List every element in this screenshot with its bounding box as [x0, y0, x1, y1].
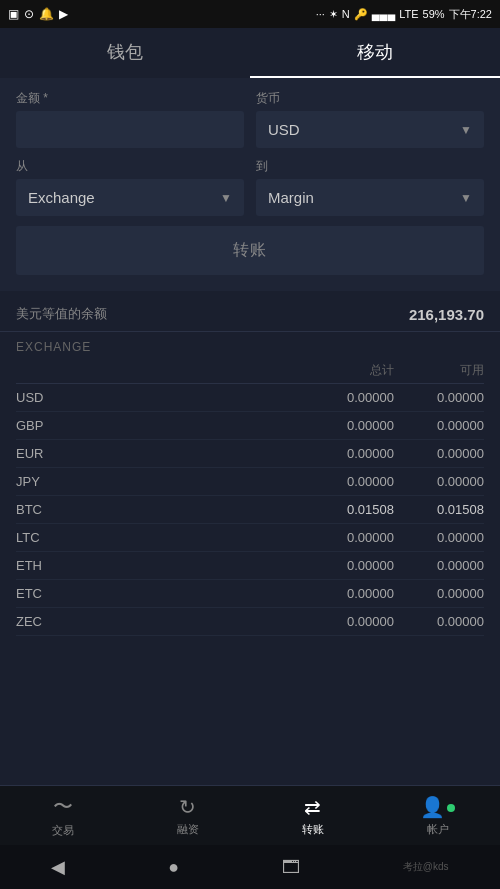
- cell-currency-name: LTC: [16, 530, 294, 545]
- transfer-icon: ⇄: [304, 795, 321, 819]
- trade-label: 交易: [52, 823, 74, 838]
- app-icon-2: ⊙: [24, 7, 34, 21]
- cell-available: 0.01508: [394, 502, 484, 517]
- table-row: JPY0.000000.00000: [16, 468, 484, 496]
- cell-currency-name: GBP: [16, 418, 294, 433]
- from-dropdown-arrow: ▼: [220, 191, 232, 205]
- account-dot: [447, 804, 455, 812]
- table-row: ETC0.000000.00000: [16, 580, 484, 608]
- cell-total: 0.00000: [294, 530, 394, 545]
- key-icon: 🔑: [354, 8, 368, 21]
- balance-label: 美元等值的余额: [16, 305, 107, 323]
- cell-currency-name: JPY: [16, 474, 294, 489]
- nav-trade[interactable]: 〜 交易: [0, 786, 125, 845]
- cell-currency-name: ZEC: [16, 614, 294, 629]
- exchange-header: EXCHANGE: [16, 340, 484, 354]
- cell-total: 0.00000: [294, 586, 394, 601]
- cell-total: 0.00000: [294, 614, 394, 629]
- trade-icon: 〜: [53, 793, 73, 820]
- from-to-row: 从 Exchange ▼ 到 Margin ▼: [16, 158, 484, 216]
- to-select[interactable]: Margin ▼: [256, 179, 484, 216]
- from-select[interactable]: Exchange ▼: [16, 179, 244, 216]
- signal-icon: ▄▄▄: [372, 8, 395, 20]
- nav-funding[interactable]: ↻ 融资: [125, 786, 250, 845]
- to-label: 到: [256, 158, 484, 175]
- amount-input[interactable]: [16, 111, 244, 148]
- cell-available: 0.00000: [394, 530, 484, 545]
- app-icon-1: ▣: [8, 7, 19, 21]
- currency-select[interactable]: USD ▼: [256, 111, 484, 148]
- cell-currency-name: BTC: [16, 502, 294, 517]
- cell-available: 0.00000: [394, 418, 484, 433]
- cell-total: 0.00000: [294, 446, 394, 461]
- tab-wallet-label: 钱包: [107, 40, 143, 64]
- balance-area: 美元等值的余额 216,193.70: [0, 291, 500, 332]
- amount-label: 金额 *: [16, 90, 244, 107]
- cell-total: 0.00000: [294, 418, 394, 433]
- currency-value: USD: [268, 121, 300, 138]
- from-value: Exchange: [28, 189, 95, 206]
- watermark: 考拉@kds: [403, 860, 449, 874]
- funding-icon: ↻: [179, 795, 196, 819]
- transfer-nav-label: 转账: [302, 822, 324, 837]
- cell-available: 0.00000: [394, 586, 484, 601]
- notification-icon: 🔔: [39, 7, 54, 21]
- currency-group: 货币 USD ▼: [256, 90, 484, 148]
- to-group: 到 Margin ▼: [256, 158, 484, 216]
- cell-currency-name: EUR: [16, 446, 294, 461]
- home-button[interactable]: ●: [168, 857, 179, 878]
- transfer-button[interactable]: 转账: [16, 226, 484, 275]
- cell-currency-name: ETC: [16, 586, 294, 601]
- recents-button[interactable]: 🗔: [282, 857, 300, 878]
- table-row: EUR0.000000.00000: [16, 440, 484, 468]
- cell-currency-name: ETH: [16, 558, 294, 573]
- to-value: Margin: [268, 189, 314, 206]
- more-icon: ···: [316, 8, 325, 20]
- table-row: XMR0.000000.00000: [16, 636, 484, 644]
- cell-available: 0.00000: [394, 614, 484, 629]
- status-right-icons: ··· ✶ N 🔑 ▄▄▄ LTE 59% 下午7:22: [316, 7, 492, 22]
- tab-transfer-label: 移动: [357, 40, 393, 64]
- col-header-total: 总计: [294, 362, 394, 379]
- table-row: LTC0.000000.00000: [16, 524, 484, 552]
- cell-currency-name: XMR: [16, 642, 294, 644]
- exchange-table-body: USD0.000000.00000GBP0.000000.00000EUR0.0…: [16, 384, 484, 644]
- from-group: 从 Exchange ▼: [16, 158, 244, 216]
- cell-available: 0.00000: [394, 558, 484, 573]
- account-icon: 👤: [420, 795, 455, 819]
- currency-label: 货币: [256, 90, 484, 107]
- cell-total: 0.00000: [294, 474, 394, 489]
- nfc-icon: N: [342, 8, 350, 20]
- table-header: 总计 可用: [16, 358, 484, 384]
- cell-currency-name: USD: [16, 390, 294, 405]
- tab-transfer[interactable]: 移动: [250, 28, 500, 78]
- table-row: ZEC0.000000.00000: [16, 608, 484, 636]
- bottom-nav: 〜 交易 ↻ 融资 ⇄ 转账 👤 帐户: [0, 785, 500, 845]
- amount-group: 金额 *: [16, 90, 244, 148]
- col-header-available: 可用: [394, 362, 484, 379]
- cell-total: 0.00000: [294, 642, 394, 644]
- nav-account[interactable]: 👤 帐户: [375, 786, 500, 845]
- table-row: BTC0.015080.01508: [16, 496, 484, 524]
- status-bar: ▣ ⊙ 🔔 ▶ ··· ✶ N 🔑 ▄▄▄ LTE 59% 下午7:22: [0, 0, 500, 28]
- play-icon: ▶: [59, 7, 68, 21]
- battery-label: 59%: [423, 8, 445, 20]
- cell-total: 0.00000: [294, 390, 394, 405]
- cell-available: 0.00000: [394, 446, 484, 461]
- exchange-section: EXCHANGE 总计 可用 USD0.000000.00000GBP0.000…: [0, 332, 500, 648]
- tab-wallet[interactable]: 钱包: [0, 28, 250, 78]
- transfer-form: 金额 * 货币 USD ▼ 从 Exchange ▼ 到 Margin ▼: [0, 78, 500, 291]
- cell-total: 0.01508: [294, 502, 394, 517]
- from-label: 从: [16, 158, 244, 175]
- main-tab-bar: 钱包 移动: [0, 28, 500, 78]
- funding-label: 融资: [177, 822, 199, 837]
- back-button[interactable]: ◀: [51, 856, 65, 878]
- time-label: 下午7:22: [449, 7, 492, 22]
- transfer-btn-wrapper: 转账: [16, 226, 484, 275]
- nav-transfer[interactable]: ⇄ 转账: [250, 786, 375, 845]
- currency-dropdown-arrow: ▼: [460, 123, 472, 137]
- balance-value: 216,193.70: [409, 306, 484, 323]
- cell-available: 0.00000: [394, 390, 484, 405]
- amount-currency-row: 金额 * 货币 USD ▼: [16, 90, 484, 148]
- account-label: 帐户: [427, 822, 449, 837]
